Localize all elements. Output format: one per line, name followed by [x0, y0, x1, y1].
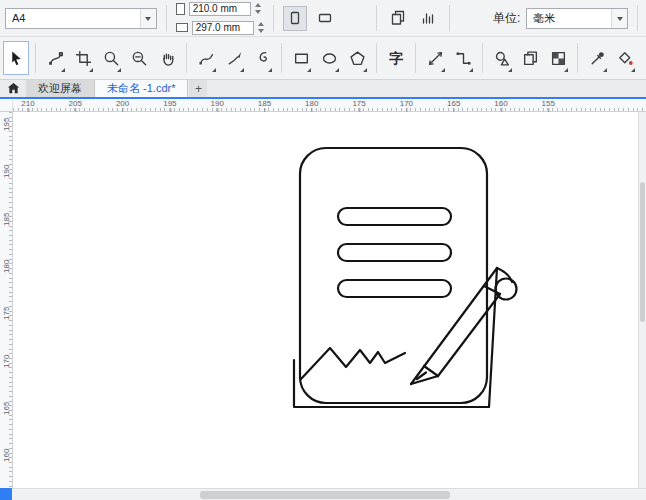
tab-untitled-document[interactable]: 未命名 -1.cdr* [95, 80, 188, 97]
pan-tool[interactable] [154, 41, 180, 75]
height-spinner[interactable] [258, 19, 264, 36]
toolbox: 字 [0, 37, 646, 80]
chevron-down-icon [611, 9, 627, 28]
connector-icon [455, 50, 472, 67]
home-icon [6, 81, 21, 96]
zoom-out-tool[interactable] [126, 41, 152, 75]
vertical-scroll-thumb[interactable] [640, 182, 645, 322]
v-ruler-label: 185 [2, 213, 11, 226]
color-eyedropper-tool[interactable] [584, 41, 610, 75]
landscape-icon [317, 10, 333, 26]
magnifier-icon [103, 50, 120, 67]
v-ruler-label: 165 [2, 402, 11, 415]
page-bars-icon [420, 10, 436, 26]
transparency-tool[interactable] [545, 41, 571, 75]
separator [637, 5, 638, 31]
horizontal-scrollbar[interactable] [0, 488, 646, 500]
new-document-tab-button[interactable]: + [189, 80, 207, 97]
horizontal-scroll-thumb[interactable] [200, 491, 450, 499]
connector-tool[interactable] [450, 41, 476, 75]
separator [166, 5, 167, 31]
page-size-select[interactable]: A4 [5, 8, 157, 29]
v-ruler-label: 170 [2, 355, 11, 368]
h-ruler-label: 175 [352, 100, 365, 108]
text-tool[interactable]: 字 [383, 41, 409, 75]
checkerboard-icon [550, 50, 567, 67]
units-value: 毫米 [527, 11, 611, 26]
tab-label: 未命名 -1.cdr* [107, 81, 175, 96]
h-ruler: 210205200195190185180175170165160155 [13, 99, 646, 112]
pick-cursor-icon [8, 50, 25, 67]
text-line-1 [338, 208, 451, 225]
h-ruler-label: 200 [116, 100, 129, 108]
freehand-curve-icon [198, 50, 215, 67]
chevron-down-icon [140, 9, 156, 28]
page-width-input[interactable] [189, 2, 251, 16]
common-shapes-tool[interactable] [489, 41, 515, 75]
magnifier-minus-icon [131, 50, 148, 67]
zigzag-tear [301, 348, 405, 379]
text-line-3 [338, 280, 451, 297]
page-height-input[interactable] [192, 21, 254, 35]
h-ruler-label: 180 [305, 100, 318, 108]
freehand-tool[interactable] [193, 41, 219, 75]
separator [577, 43, 578, 73]
separator [449, 5, 450, 31]
h-ruler-label: 205 [69, 100, 82, 108]
width-spinner[interactable] [255, 0, 261, 17]
copy-tool[interactable] [517, 41, 543, 75]
h-ruler-label: 160 [494, 100, 507, 108]
pick-tool[interactable] [3, 41, 29, 75]
document-navigator-button[interactable] [0, 488, 12, 500]
crop-tool[interactable] [70, 41, 96, 75]
interactive-fill-tool[interactable] [612, 41, 638, 75]
hand-icon [159, 50, 176, 67]
polygon-tool[interactable] [344, 41, 370, 75]
text-line-2 [338, 244, 451, 261]
artistic-media-tool[interactable] [221, 41, 247, 75]
separator [482, 43, 483, 73]
eyedropper-icon [589, 50, 606, 67]
outline-pen-tool[interactable] [640, 41, 646, 75]
polygon-icon [349, 50, 366, 67]
portrait-page-icon [176, 3, 185, 15]
fill-bucket-icon [617, 50, 634, 67]
property-bar: A4 [0, 0, 646, 37]
orientation-landscape-button[interactable] [313, 6, 337, 31]
vertical-scrollbar[interactable] [638, 112, 646, 488]
pencil-collar [424, 366, 438, 376]
separator [35, 43, 36, 73]
current-page-button[interactable] [416, 6, 440, 31]
home-tab-button[interactable] [0, 80, 26, 97]
shape-edit-icon [47, 50, 64, 67]
text-tool-glyph: 字 [389, 51, 403, 65]
drawing-canvas[interactable] [13, 112, 638, 488]
zoom-tool[interactable] [98, 41, 124, 75]
h-ruler-label: 165 [447, 100, 460, 108]
h-ruler-label: 190 [211, 100, 224, 108]
h-ruler-label: 185 [258, 100, 271, 108]
separator [273, 5, 274, 31]
v-ruler-label: 160 [2, 449, 11, 462]
parallel-dimension-tool[interactable] [422, 41, 448, 75]
ellipse-tool[interactable] [316, 41, 342, 75]
tab-welcome-screen[interactable]: 欢迎屏幕 [26, 80, 95, 97]
crop-icon [75, 50, 92, 67]
offset-border [294, 360, 489, 407]
v-ruler-label: 180 [2, 260, 11, 273]
h-ruler-label: 155 [542, 100, 555, 108]
landscape-page-icon [176, 23, 188, 32]
document-pencil-drawing[interactable] [283, 136, 533, 421]
pen-loop [496, 279, 517, 300]
orientation-portrait-button[interactable] [283, 6, 307, 31]
all-pages-button[interactable] [386, 6, 410, 31]
separator [415, 43, 416, 73]
rectangle-icon [293, 50, 310, 67]
units-select[interactable]: 毫米 [526, 8, 628, 29]
shape-tool[interactable] [42, 41, 68, 75]
b-spline-tool[interactable] [249, 41, 275, 75]
hook-curve-icon [254, 50, 271, 67]
basic-shapes-icon [494, 50, 511, 67]
rectangle-tool[interactable] [288, 41, 314, 75]
coreldraw-window: A4 [0, 0, 646, 500]
